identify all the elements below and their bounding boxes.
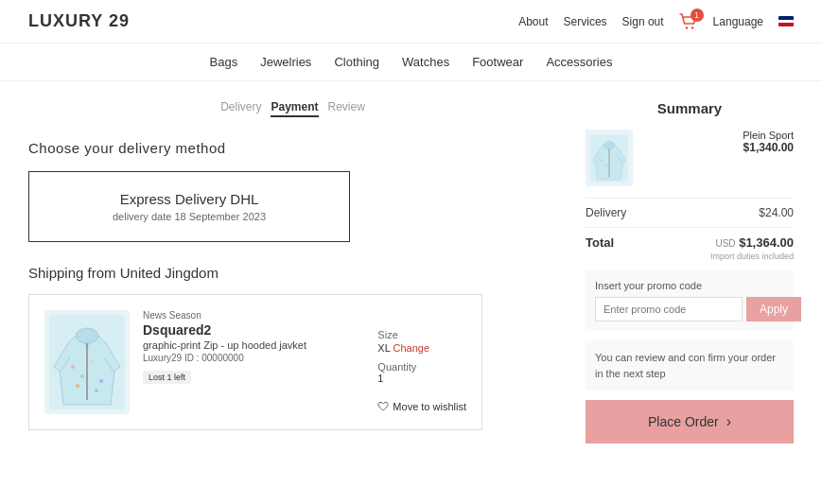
header: LUXURY 29 About Services Sign out 1 Lang… [0,0,822,43]
stock-badge: Lost 1 left [143,371,191,384]
language-label[interactable]: Language [713,15,763,28]
import-duties: Import duties included [586,252,794,261]
size-value: XL Change [377,342,466,354]
quantity-value: 1 [377,373,466,384]
product-options: Size XL Change Quantity 1 Move to wishli… [377,310,466,414]
svg-point-14 [606,165,608,166]
total-label: Total [586,235,614,250]
svg-point-3 [76,328,98,343]
total-currency: USD [715,238,735,249]
sign-out-link[interactable]: Sign out [622,15,664,28]
header-nav: About Services Sign out 1 Language [518,13,794,30]
place-order-button[interactable]: Place Order › [586,400,794,443]
step-delivery[interactable]: Delivery [220,100,261,117]
services-link[interactable]: Services [564,15,607,28]
quantity-row: Quantity 1 [377,361,466,384]
total-amount: USD $1,364.00 [715,235,794,250]
step-payment[interactable]: Payment [271,100,318,117]
delivery-price: $24.00 [759,206,794,219]
wishlist-label: Move to wishlist [393,401,466,412]
summary-item-price: $1,340.00 [642,141,794,154]
summary-item-details: Plein Sport $1,340.00 [642,130,794,154]
size-label: Size [377,329,466,340]
apply-button[interactable]: Apply [746,297,801,322]
svg-point-9 [95,389,98,392]
nav-watches[interactable]: Watches [402,55,449,69]
nav-jewelries[interactable]: Jewelries [260,55,311,69]
promo-input[interactable] [595,297,743,322]
step-review[interactable]: Review [328,100,365,117]
cart-badge: 1 [691,9,704,22]
product-card: News Season Dsquared2 graphic-print Zip … [28,294,482,430]
svg-point-7 [99,379,103,383]
product-brand: Dsquared2 [143,322,364,338]
svg-point-12 [603,141,615,148]
cart-icon-wrap[interactable]: 1 [679,13,698,30]
summary-jacket-icon [590,132,628,184]
shipping-from-title: Shipping from United Jingdom [28,265,557,281]
summary-divider-1 [586,198,794,199]
main-layout: Delivery Payment Review Choose your deli… [0,81,822,462]
wishlist-button[interactable]: Move to wishlist [377,401,466,412]
delivery-method-box[interactable]: Express Delivery DHL delivery date 18 Se… [28,171,350,242]
place-order-label: Place Order [648,414,719,429]
flag-icon [778,16,794,26]
brand-logo: LUXURY 29 [28,11,130,31]
svg-point-15 [611,157,613,159]
delivery-section-title: Choose your delivery method [28,140,557,156]
summary-panel: Summary Plein Sport $1,3 [586,100,794,443]
summary-title: Summary [586,100,794,116]
delivery-method-date: delivery date 18 September 2023 [48,211,330,222]
promo-row: Apply [595,297,784,322]
summary-item-row: Plein Sport $1,340.00 [586,130,794,186]
svg-point-0 [685,26,687,28]
promo-label: Insert your promo code [595,280,784,291]
size-row: Size XL Change [377,329,466,354]
summary-delivery-row: Delivery $24.00 [586,206,794,219]
summary-item-image [586,130,633,186]
svg-point-8 [76,384,79,388]
nav-bags[interactable]: Bags [210,55,238,69]
svg-point-5 [80,374,84,378]
quantity-label: Quantity [377,361,466,373]
heart-icon [377,401,389,412]
svg-point-1 [691,26,692,28]
delivery-method-title: Express Delivery DHL [48,191,330,207]
summary-total-row: Total USD $1,364.00 [586,235,794,250]
summary-item-brand: Plein Sport [642,130,794,141]
total-value: $1,364.00 [739,235,794,250]
svg-point-6 [90,360,94,364]
product-info: News Season Dsquared2 graphic-print Zip … [143,310,364,414]
product-image [44,310,130,414]
product-name: graphic-print Zip - up hooded javket [143,339,364,351]
steps: Delivery Payment Review [28,100,557,117]
svg-point-4 [71,365,75,369]
delivery-label: Delivery [586,206,626,219]
nav-accessories[interactable]: Accessories [546,55,612,69]
nav-clothing[interactable]: Clothing [334,55,379,69]
category-nav: Bags Jewelries Clothing Watches Footwear… [0,43,822,81]
promo-section: Insert your promo code Apply [586,270,794,331]
nav-footwear[interactable]: Footwear [472,55,523,69]
size-change-link[interactable]: Change [393,342,429,354]
summary-divider-2 [586,227,794,228]
about-link[interactable]: About [518,15,548,28]
product-id: Luxury29 ID : 00000000 [143,353,364,363]
place-order-arrow-icon: › [726,413,731,430]
left-content: Delivery Payment Review Choose your deli… [28,100,557,443]
jacket-illustration [49,315,125,409]
svg-point-13 [602,160,603,162]
review-note: You can review and con firm your order i… [586,340,794,391]
product-season: News Season [143,310,364,321]
